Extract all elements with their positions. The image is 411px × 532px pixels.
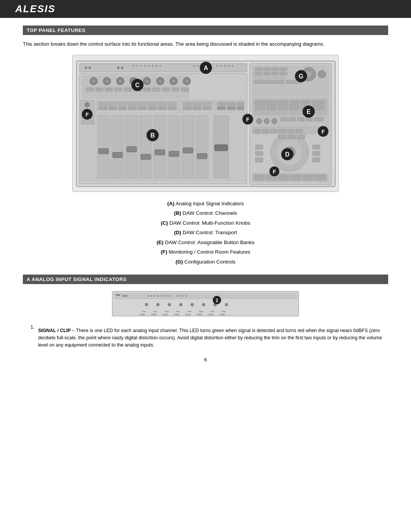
section1-header: TOP PANEL FEATURES [23,26,388,35]
svg-rect-49 [162,88,170,91]
svg-rect-160 [271,129,277,133]
svg-rect-162 [287,129,294,133]
svg-text:TRIM: TRIM [219,313,225,316]
svg-text:TRIM: TRIM [174,313,179,316]
svg-rect-112 [254,80,284,84]
svg-point-20 [224,65,226,67]
svg-rect-142 [297,117,304,121]
feature-b: (B) DAW Control: Channels [174,209,237,217]
svg-rect-165 [254,175,264,180]
svg-rect-105 [215,145,228,151]
feature-c: (C) DAW Control: Multi-Function Knobs [161,219,250,227]
svg-point-2 [85,67,87,69]
item-number: 1. [30,324,38,349]
svg-rect-81 [237,102,244,106]
svg-text:Pan: Pan [199,310,203,313]
svg-rect-66 [108,107,117,110]
svg-rect-148 [255,145,263,149]
svg-point-3 [89,67,91,69]
svg-rect-125 [267,101,276,105]
svg-rect-95 [196,115,208,178]
svg-rect-140 [280,117,287,121]
svg-text:Pan: Pan [176,310,180,313]
svg-rect-60 [128,102,137,106]
svg-point-30 [119,80,122,83]
svg-point-18 [217,65,218,67]
svg-rect-102 [169,151,179,157]
svg-rect-156 [297,134,305,139]
feature-e: (E) DAW Control: Assignable Button Banks [157,238,255,247]
svg-point-200 [160,295,161,297]
svg-rect-68 [128,107,137,110]
svg-point-212 [191,303,194,306]
svg-rect-129 [312,101,324,105]
svg-point-19 [220,65,222,67]
svg-rect-99 [127,147,137,152]
svg-point-199 [157,295,158,297]
svg-point-213 [202,303,205,306]
svg-rect-100 [141,154,151,160]
svg-rect-63 [158,102,166,106]
svg-rect-98 [113,152,123,158]
svg-rect-141 [289,117,296,121]
svg-text:Pan: Pan [188,310,192,313]
svg-rect-41 [86,88,94,91]
svg-point-194 [123,295,125,297]
svg-rect-132 [278,106,288,110]
svg-rect-117 [280,67,287,70]
svg-rect-170 [315,175,326,180]
svg-rect-144 [314,117,323,121]
svg-point-208 [145,303,148,306]
svg-point-36 [159,80,162,83]
svg-rect-50 [172,88,179,91]
signal-diagram: Pan TRIM Pan TRIM Pan TRIM Pan TRIM Pan … [23,289,388,318]
svg-rect-120 [272,72,279,75]
svg-rect-88 [97,115,110,178]
svg-rect-104 [197,153,207,159]
svg-rect-193 [116,294,120,296]
feature-g: (G) Configuration Controls [175,258,236,266]
svg-point-205 [179,295,181,297]
svg-rect-114 [255,67,262,70]
svg-rect-128 [301,101,311,105]
alesis-logo: ALESIS [15,3,56,15]
svg-point-40 [185,80,188,83]
svg-rect-159 [262,129,269,133]
svg-rect-84 [237,107,244,110]
svg-point-13 [159,65,161,67]
svg-rect-150 [255,158,263,162]
svg-rect-133 [290,106,299,110]
svg-point-34 [145,80,148,83]
svg-point-137 [256,118,262,124]
svg-point-26 [92,80,95,83]
svg-rect-1 [80,64,247,72]
svg-text:TRIM: TRIM [139,313,145,316]
svg-rect-51 [181,88,189,91]
svg-point-202 [166,295,167,297]
main-content: TOP PANEL FEATURES This section breaks d… [0,18,411,378]
svg-rect-152 [312,151,320,156]
svg-point-14 [194,65,195,67]
svg-rect-47 [143,88,151,91]
svg-rect-155 [288,134,295,139]
intro-paragraph: This section breaks down the control sur… [23,40,388,48]
svg-rect-69 [138,107,147,110]
svg-rect-91 [140,115,152,178]
svg-text:B: B [150,132,155,139]
svg-rect-118 [255,72,262,75]
svg-rect-115 [264,67,271,70]
svg-rect-161 [279,129,286,133]
svg-rect-158 [254,129,261,133]
svg-text:F: F [273,169,276,175]
svg-text:Pan: Pan [222,310,226,313]
svg-text:A: A [204,65,208,71]
svg-rect-121 [280,72,287,75]
svg-text:TRIM: TRIM [208,313,213,316]
svg-point-9 [144,65,146,67]
svg-rect-65 [99,107,107,110]
svg-rect-153 [312,158,320,162]
svg-rect-64 [168,102,176,106]
svg-point-197 [151,295,152,297]
svg-rect-116 [272,67,279,70]
svg-text:Pan: Pan [165,310,169,313]
